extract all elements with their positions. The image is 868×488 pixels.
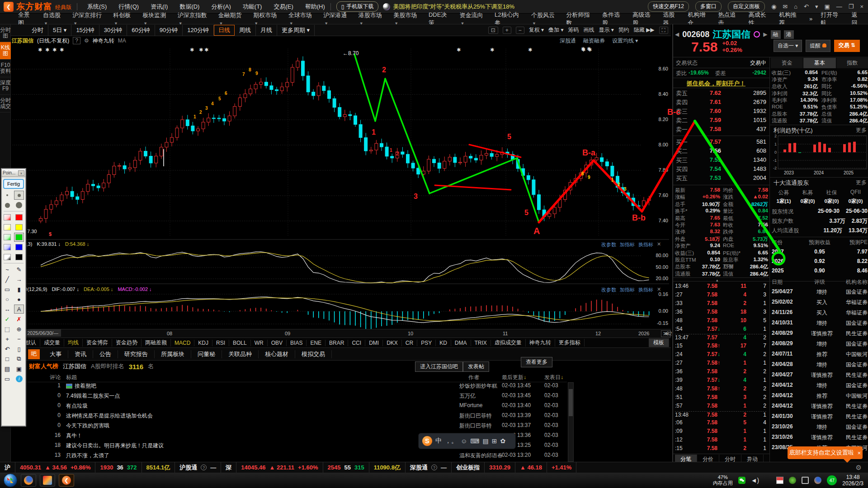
- undo-icon[interactable]: ↶: [804, 3, 809, 10]
- zoom-in-icon[interactable]: +: [503, 27, 511, 34]
- tool-double-arrow[interactable]: ↔: [2, 305, 12, 314]
- link-改参数[interactable]: 改参数: [601, 241, 616, 248]
- color-solid[interactable]: [14, 243, 24, 252]
- skin-icon[interactable]: ▾: [815, 3, 818, 10]
- post-button[interactable]: 发表帖: [463, 361, 489, 372]
- tray-security-icon[interactable]: [789, 477, 796, 484]
- rank-board-label[interactable]: 财富人气榜: [29, 362, 58, 371]
- color-light[interactable]: [2, 213, 12, 222]
- message-icon[interactable]: ✉: [783, 3, 788, 10]
- lock-icon[interactable]: ⊡: [488, 27, 498, 34]
- indtab-KDJ[interactable]: KDJ: [194, 340, 212, 346]
- tool-rectangle[interactable]: ▭: [2, 285, 12, 294]
- indtab-更多指标[interactable]: 更多指标: [555, 339, 585, 347]
- sidebar-tab-分时成交[interactable]: 分时成交: [0, 95, 11, 113]
- axis-more-button[interactable]: ≫: [661, 330, 671, 337]
- forum-col-updated[interactable]: 最后更新↓: [502, 374, 526, 381]
- period-更多周期[interactable]: 更多周期 ▾: [277, 25, 315, 36]
- view-more-button[interactable]: 查看更多: [521, 357, 552, 367]
- menu-行情[interactable]: 行情(Q): [118, 3, 139, 11]
- home-icon[interactable]: ⌂: [794, 3, 797, 10]
- axis-date[interactable]: 08: [167, 331, 172, 336]
- indtab-OBV[interactable]: OBV: [268, 340, 287, 346]
- tool-叠加[interactable]: 叠加 ▾: [548, 26, 563, 34]
- axis-date[interactable]: 10: [408, 331, 413, 336]
- restore-icon[interactable]: ❐: [849, 3, 854, 10]
- tool-freehand[interactable]: ~: [2, 265, 12, 274]
- indtab-PSY[interactable]: PSY: [417, 340, 436, 346]
- menu-系统[interactable]: 系统(S): [87, 3, 107, 11]
- tool-显示[interactable]: 显示 ▾: [599, 26, 613, 34]
- close-panel-icon[interactable]: ✕: [657, 241, 661, 248]
- sidebar-tab-深度F9[interactable]: 深度F9: [0, 77, 11, 95]
- close-panel-icon[interactable]: ✕: [657, 286, 661, 293]
- period-日线[interactable]: 日线: [214, 25, 235, 36]
- menu-帮助[interactable]: 帮助(H): [305, 3, 325, 11]
- tool-magnifier[interactable]: ⊕: [14, 324, 24, 333]
- forum-col-title[interactable]: 标题: [66, 374, 77, 381]
- axis-date[interactable]: 12: [595, 331, 601, 336]
- color-solid[interactable]: [14, 223, 24, 232]
- forum-title[interactable]: 有点垃圾: [66, 402, 88, 410]
- sidetab-资金[interactable]: 资金: [771, 58, 803, 68]
- sidebar-tab-分时图[interactable]: 分时图: [0, 24, 11, 42]
- indtab-两融差额[interactable]: 两融差额: [142, 339, 171, 347]
- tool-ellipse[interactable]: ○: [2, 295, 12, 304]
- keyboard-icon[interactable]: ⌨: [470, 437, 479, 445]
- indtab-RSI[interactable]: RSI: [212, 340, 229, 346]
- forum-row[interactable]: 07.49跟着二股东买一点五万亿02-03 13:4502-03: [11, 392, 567, 402]
- indtab-CCI[interactable]: CCI: [348, 340, 365, 346]
- tray-firefox-icon[interactable]: [814, 477, 821, 484]
- link-加指标[interactable]: 加指标: [620, 286, 635, 293]
- alert-button[interactable]: 提醒: [806, 40, 830, 52]
- forum-title[interactable]: 接着熬吧: [66, 382, 96, 390]
- emoji-icon[interactable]: ☺: [461, 437, 467, 445]
- color-light[interactable]: [2, 223, 12, 232]
- start-button[interactable]: [4, 474, 17, 487]
- sidebar-tab-K线图[interactable]: K线图: [0, 42, 11, 60]
- indtab-虚拟成交量[interactable]: 虚拟成交量: [491, 339, 526, 347]
- sidetab-指数[interactable]: 指数: [836, 58, 868, 68]
- forum-title[interactable]: 只跌不涨，太强了: [66, 452, 109, 460]
- period-120分钟[interactable]: 120分钟: [183, 25, 214, 36]
- minimize-icon[interactable]: —: [836, 3, 842, 10]
- tool-arrow[interactable]: →: [14, 275, 24, 284]
- indtab-CR[interactable]: CR: [402, 340, 417, 346]
- forum-col-posted[interactable]: 发表日↓: [544, 374, 563, 381]
- link-换指标[interactable]: 换指标: [638, 286, 653, 293]
- indtab-ENE[interactable]: ENE: [307, 340, 326, 346]
- toolbox-icon[interactable]: ⊞: [492, 437, 497, 445]
- forum-row[interactable]: 0今天下跌的厉害哦新街口巴菲特02-03 13:3702-03: [11, 422, 567, 432]
- clipboard-icon[interactable]: ▤: [483, 437, 489, 445]
- color-solid[interactable]: [14, 253, 24, 262]
- indtab-DMI[interactable]: DMI: [365, 340, 383, 346]
- tool-new-page[interactable]: □: [2, 354, 12, 363]
- forum-row[interactable]: 13只跌不涨，太强了温和友善的邱语春02-03 13:2002-03: [11, 452, 567, 462]
- forum-row[interactable]: 1接着熬吧炒饭炒面炒年糕02-03 13:4502-03: [11, 382, 567, 392]
- axis-date[interactable]: 11: [503, 331, 508, 336]
- indtab-WR[interactable]: WR: [251, 340, 268, 346]
- menu-数据[interactable]: 数据(D): [179, 3, 199, 11]
- period-5日[interactable]: 5日 ▾: [48, 25, 71, 36]
- punct[interactable]: ，。: [445, 437, 458, 445]
- tool-zoom-out[interactable]: −: [14, 334, 24, 343]
- dot-xlarge[interactable]: [14, 201, 24, 210]
- tray-battery-icon[interactable]: 47: [827, 475, 837, 485]
- tool-confirm[interactable]: ✓: [2, 314, 12, 324]
- user-icon[interactable]: ◉: [771, 3, 776, 10]
- forum-col-author[interactable]: 作者: [468, 374, 479, 381]
- tool-text[interactable]: A: [14, 305, 24, 314]
- news-ticker[interactable]: 美国将把印度“对等”关税税率从25%下调至18%: [383, 3, 514, 11]
- period-月线[interactable]: 月线: [256, 25, 277, 36]
- forum-title[interactable]: 这种情况是不是提示给进场加仓机会: [66, 412, 153, 420]
- tab-核心题材[interactable]: 核心题材: [259, 350, 295, 358]
- indtab-BOLL[interactable]: BOLL: [229, 340, 251, 346]
- taskbar-app[interactable]: [40, 474, 55, 487]
- chart-stock-name[interactable]: 江苏国信: [12, 37, 33, 45]
- indtab-均线[interactable]: 均线: [64, 339, 83, 347]
- tool-print[interactable]: ▤: [2, 364, 12, 373]
- menu-交易[interactable]: 交易(E): [274, 3, 293, 11]
- tray-network-icon[interactable]: [802, 477, 809, 484]
- color-solid[interactable]: [14, 213, 24, 222]
- tool-复权[interactable]: 复权 ▾: [529, 26, 544, 34]
